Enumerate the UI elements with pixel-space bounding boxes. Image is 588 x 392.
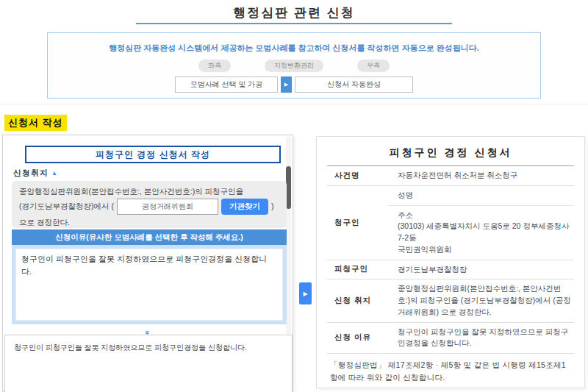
page-title: 행정심판 관련 신청 [0, 4, 588, 21]
process-flow: 모범사례 선택 및 가공 ▶ 신청서 자동완성 [48, 76, 540, 93]
collapse-icon[interactable]: ▲ [51, 170, 58, 177]
transfer-right-button[interactable]: ▶ [299, 282, 312, 304]
section-heading: 신청서 작성 [4, 115, 67, 131]
case-name-label: 사건명 [327, 166, 387, 185]
badge-row: 좌측 지정변환관리 우측 [48, 60, 540, 72]
intro-box: 행정심판 자동완성 시스템에서 제공하는 모범사례를 참고하여 신청서를 작성하… [47, 32, 541, 99]
intro-description: 행정심판 자동완성 시스템에서 제공하는 모범사례를 참고하여 신청서를 작성하… [48, 43, 540, 54]
status-badge-left: 좌측 [198, 60, 231, 72]
purpose-line2-suffix: ) [271, 201, 274, 212]
address-line2: 국민권익위원회 [398, 244, 571, 256]
reason-panel: 청구인이 피청구인을 잘못 지정하였으므로 피청구인경정을 신청합니다. [12, 245, 287, 324]
flow-arrow-icon: ▶ [281, 76, 292, 93]
purpose-line2: (경기도남부경찰청장)에서 ( 기관찾기 ) [19, 199, 279, 215]
preview-table: 사건명 자동차운전면허 취소처분 취소청구 청구인 성명 주소 (30103) … [327, 166, 574, 354]
section-divider [0, 104, 588, 104]
table-row-case-name: 사건명 자동차운전면허 취소처분 취소청구 [327, 166, 574, 185]
editor-title: 피청구인 경정 신청서 작성 [25, 146, 281, 163]
status-badge-middle: 지정변환관리 [265, 60, 323, 72]
reason-textarea[interactable]: 청구인이 피청구인을 잘못 지정하였으므로 피청구인경정을 신청합니다. [15, 249, 283, 321]
address-line1: (30103) 세종특별자치시 도움5로 20 정부세종청사 7-2동 [398, 221, 571, 244]
legal-basis-text: 「행정심판법」 제17조제2항 · 제5항 및 같은 법 시행령 제15조제1항… [330, 359, 571, 385]
respondent-value: 경기도남부경찰청장 [387, 260, 574, 279]
table-row-purpose: 신청 취지 중앙행정심판위원회(본안접수번호:, 본안사건번호:)의 피청구인을… [327, 279, 574, 322]
purpose-label-text: 신청취지 [13, 168, 49, 177]
purpose-line1: 중앙행정심판위원회(본안접수번호:, 본안사건번호:)의 피청구인을 [19, 186, 279, 197]
preview-title: 피청구인 경정 신청서 [327, 146, 574, 160]
claimant-name-value: 성명 [387, 185, 574, 205]
application-preview-card: 피청구인 경정 신청서 사건명 자동차운전면허 취소처분 취소청구 청구인 성명… [316, 136, 585, 388]
table-row-respondent: 피청구인 경기도남부경찰청장 [327, 260, 574, 279]
flow-source-box: 모범사례 선택 및 가공 [175, 76, 278, 93]
find-org-button[interactable]: 기관찾기 [221, 199, 268, 215]
claimant-label: 청구인 [327, 185, 387, 260]
flow-target-box: 신청서 자동완성 [295, 76, 413, 93]
purpose-line2-prefix: (경기도남부경찰청장)에서 ( [19, 201, 114, 212]
reason-result-box: 청구인이 피청구인을 잘못 지정하였으므로 피청구인경정을 신청합니다. [4, 335, 293, 392]
purpose-row-value: 중앙행정심판위원회(본안접수번호:, 본안사건번호:)의 피청구인을 (경기도남… [387, 279, 574, 322]
reason-row-value: 청구인이 피청구인을 잘못 지정하였으므로 피청구인경정을 신청합니다. [387, 322, 574, 354]
reason-row-label: 신청 이유 [327, 322, 387, 354]
application-editor-card: 피청구인 경정 신청서 작성 신청취지 ▲ 중앙행정심판위원회(본안접수번호:,… [2, 135, 293, 392]
purpose-line3: 으로 경정한다. [19, 217, 279, 228]
org-search-input[interactable] [117, 199, 218, 215]
status-badge-right: 우측 [357, 60, 390, 72]
address-label: 주소 [398, 210, 571, 221]
respondent-label: 피청구인 [327, 260, 387, 279]
case-name-value: 자동차운전면허 취소처분 취소청구 [387, 166, 574, 185]
table-row-claimant-name: 청구인 성명 [327, 185, 574, 205]
purpose-row-label: 신청 취지 [327, 279, 387, 322]
scrollbar-thumb[interactable] [286, 166, 291, 209]
claimant-address-value: 주소 (30103) 세종특별자치시 도움5로 20 정부세종청사 7-2동 국… [387, 205, 574, 260]
title-underline [136, 23, 452, 24]
reason-section-header: 신청이유(유사한 모범사례를 선택한 후 작성해 주세요.) [12, 229, 287, 245]
purpose-box: 중앙행정심판위원회(본안접수번호:, 본안사건번호:)의 피청구인을 (경기도남… [12, 181, 287, 228]
table-row-reason: 신청 이유 청구인이 피청구인을 잘못 지정하였으므로 피청구인경정을 신청합니… [327, 322, 574, 354]
purpose-section-label: 신청취지 ▲ [13, 168, 58, 179]
